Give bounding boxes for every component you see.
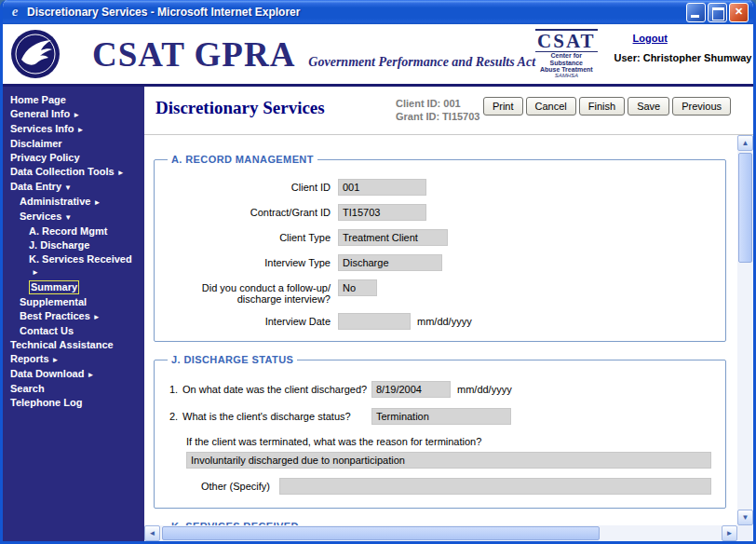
sidebar-item-summary[interactable]: Summary <box>3 279 144 295</box>
discharge-status-field[interactable]: Termination <box>371 408 511 425</box>
discharge-status-section: J. DISCHARGE STATUS 1. On what date was … <box>154 354 726 509</box>
user-name-text: User: Christopher Shumway <box>614 52 753 63</box>
client-type-field[interactable]: Treatment Client <box>338 229 448 246</box>
record-management-section: A. RECORD MANAGEMENT Client ID 001 Contr… <box>154 154 726 342</box>
brand-name: CSAT GPRA <box>92 34 295 75</box>
date-format-hint: mm/dd/yyyy <box>417 313 472 327</box>
expand-right-icon: ► <box>76 126 84 134</box>
date-format-hint: mm/dd/yyyy <box>457 381 512 395</box>
scroll-right-button[interactable]: ► <box>722 525 737 541</box>
print-button[interactable]: Print <box>483 97 523 116</box>
discharge-date-label: On what date was the client discharged? <box>182 381 371 395</box>
finish-button[interactable]: Finish <box>579 97 625 116</box>
grant-id-text: Grant ID: TI15703 <box>396 110 479 123</box>
contract-grant-id-label: Contract/Grant ID <box>166 204 338 218</box>
scroll-down-button[interactable]: ▼ <box>737 510 753 525</box>
followup-interview-field[interactable]: No <box>338 279 377 296</box>
termination-reason-field[interactable]: Involuntarily discharged due to nonparti… <box>186 452 711 469</box>
sidebar-item-best-practices[interactable]: Best Practices► <box>3 309 144 324</box>
brand-tagline: Government Performance and Results Act <box>308 55 535 70</box>
sidebar-item-data-collection-tools[interactable]: Data Collection Tools► <box>3 165 144 180</box>
sidebar-item-contact-us[interactable]: Contact Us <box>3 324 144 338</box>
scroll-up-button[interactable]: ▲ <box>737 135 753 151</box>
scroll-left-button[interactable]: ◄ <box>144 525 160 541</box>
sidebar-item-privacy-policy[interactable]: Privacy Policy <box>3 151 144 165</box>
sidebar-item-record-mgmt[interactable]: A. Record Mgmt <box>3 224 144 238</box>
sidebar-item-data-entry[interactable]: Data Entry▼ <box>3 180 144 195</box>
interview-type-field[interactable]: Discharge <box>338 254 442 271</box>
expand-right-icon: ► <box>93 313 101 321</box>
scrollbar-corner <box>737 525 753 541</box>
sidebar-item-services-info[interactable]: Services Info► <box>3 122 144 137</box>
sidebar-item-services[interactable]: Services▼ <box>3 210 144 224</box>
horizontal-scroll-track[interactable] <box>160 525 722 541</box>
discharge-status-label: What is the client's discharge status? <box>182 408 371 422</box>
sidebar-item-discharge[interactable]: J. Discharge <box>3 238 144 252</box>
sidebar-item-general-info[interactable]: General Info► <box>3 107 144 122</box>
browser-window: e Discretionary Services - Microsoft Int… <box>0 0 756 544</box>
close-button[interactable] <box>729 3 749 22</box>
sidebar-item-reports[interactable]: Reports► <box>3 352 144 367</box>
window-title: Discretionary Services - Microsoft Inter… <box>27 6 682 19</box>
action-buttons: Print Cancel Finish Save Previous <box>483 95 748 116</box>
csat-logo-line3: SAMHSA <box>535 73 597 78</box>
previous-button[interactable]: Previous <box>672 97 731 116</box>
sidebar-item-data-download[interactable]: Data Download► <box>3 367 144 382</box>
discharge-status-legend: J. DISCHARGE STATUS <box>168 354 297 365</box>
expand-right-icon: ► <box>73 111 80 119</box>
csat-logo-name: CSAT <box>535 29 597 52</box>
question-number: 1. <box>169 381 182 395</box>
sidebar-item-disclaimer[interactable]: Disclaimer <box>3 137 144 151</box>
expand-right-icon: ► <box>117 169 125 177</box>
expand-right-icon: ► <box>87 371 94 379</box>
question-number: 2. <box>169 408 182 422</box>
csat-logo-line1: Center for Substance <box>535 52 597 66</box>
minimize-button[interactable] <box>686 3 706 22</box>
vertical-scroll-track[interactable] <box>737 151 753 510</box>
csat-logo: CSAT Center for Substance Abuse Treatmen… <box>535 29 597 78</box>
expand-down-icon: ▼ <box>64 213 72 222</box>
interview-type-label: Interview Type <box>166 254 338 268</box>
vertical-scrollbar[interactable]: ▲ ▼ <box>737 135 753 525</box>
sidebar-item-services-received[interactable]: K. Services Received ► <box>3 252 144 279</box>
sidebar-item-telephone-log[interactable]: Telephone Log <box>3 396 144 410</box>
termination-reason-label: If the client was terminated, what was t… <box>186 436 714 447</box>
page-header: Discretionary Services Client ID: 001 Gr… <box>144 87 753 135</box>
record-management-legend: A. RECORD MANAGEMENT <box>168 154 317 165</box>
save-button[interactable]: Save <box>628 97 669 116</box>
vertical-scroll-thumb[interactable] <box>738 153 752 263</box>
maximize-button[interactable] <box>708 3 727 22</box>
app-header: CSAT GPRA Government Performance and Res… <box>3 24 753 87</box>
interview-date-field[interactable] <box>338 313 411 330</box>
sidebar-item-home-page[interactable]: Home Page <box>3 93 144 107</box>
form-area: A. RECORD MANAGEMENT Client ID 001 Contr… <box>144 135 737 525</box>
hhs-logo-icon <box>10 29 61 79</box>
followup-interview-label: Did you conduct a follow-up/ discharge i… <box>166 279 338 305</box>
client-id-field[interactable]: 001 <box>338 179 426 196</box>
client-id-label: Client ID <box>166 179 338 193</box>
expand-down-icon: ▼ <box>64 184 72 192</box>
other-specify-label: Other (Specify) <box>201 481 270 492</box>
client-id-text: Client ID: 001 <box>396 97 479 110</box>
other-specify-field[interactable] <box>279 478 711 495</box>
account-block: Logout User: Christopher Shumway <box>614 24 753 63</box>
interview-date-label: Interview Date <box>166 313 338 327</box>
client-grant-ids: Client ID: 001 Grant ID: TI15703 <box>396 95 479 123</box>
main-content: Discretionary Services Client ID: 001 Gr… <box>144 87 753 541</box>
csat-logo-line2: Abuse Treatment <box>535 66 597 73</box>
cancel-button[interactable]: Cancel <box>526 97 576 116</box>
horizontal-scroll-thumb[interactable] <box>162 526 600 540</box>
horizontal-scrollbar[interactable]: ◄ ► <box>144 525 753 541</box>
ie-icon: e <box>7 5 22 20</box>
sidebar-item-administrative[interactable]: Administrative► <box>3 195 144 210</box>
contract-grant-id-field[interactable]: TI15703 <box>338 204 426 221</box>
title-bar[interactable]: e Discretionary Services - Microsoft Int… <box>3 0 753 24</box>
sidebar-nav: Home Page General Info► Services Info► D… <box>3 87 144 541</box>
discharge-date-field[interactable]: 8/19/2004 <box>371 381 451 398</box>
logout-link[interactable]: Logout <box>633 33 668 44</box>
page-title: Discretionary Services <box>155 95 396 118</box>
brand-block: CSAT GPRA Government Performance and Res… <box>92 34 535 75</box>
sidebar-item-technical-assistance[interactable]: Technical Assistance <box>3 338 144 352</box>
sidebar-item-supplemental[interactable]: Supplemental <box>3 295 144 309</box>
sidebar-item-search[interactable]: Search <box>3 382 144 396</box>
